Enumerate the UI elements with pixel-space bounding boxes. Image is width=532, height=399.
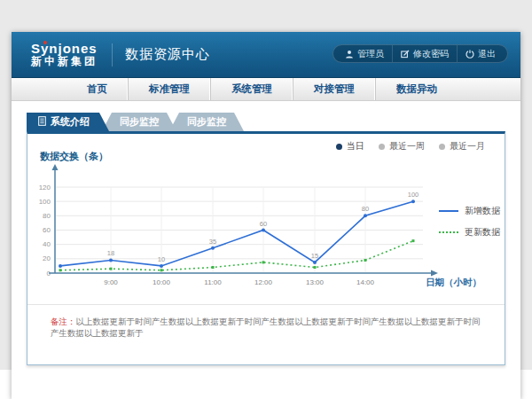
data-point <box>109 258 113 262</box>
data-point <box>160 269 163 271</box>
tab-sync-monitor-1[interactable]: 同步监控 <box>102 113 176 131</box>
radio-dot <box>439 144 445 150</box>
page: Synjones 新中新集团 数据资源中心 管理员 修改密码 <box>0 0 532 399</box>
data-point <box>411 200 415 203</box>
tab-sync-monitor-2[interactable]: 同步监控 <box>169 113 244 131</box>
period-option-last-month[interactable]: 最近一月 <box>439 140 485 153</box>
data-point-label: 35 <box>209 238 216 246</box>
period-label: 最近一周 <box>389 140 425 153</box>
app-header: Synjones 新中新集团 数据资源中心 管理员 修改密码 <box>12 32 520 78</box>
y-tick-label: 80 <box>43 212 51 220</box>
y-tick-label: 100 <box>39 198 51 206</box>
user-icon <box>345 50 354 59</box>
legend-line-solid <box>439 210 458 212</box>
nav-item-data-changes[interactable]: 数据异动 <box>375 78 458 100</box>
data-point <box>262 229 265 232</box>
x-tick-label: 9:00 <box>104 278 118 286</box>
nav-item-system-mgmt[interactable]: 系统管理 <box>210 78 293 100</box>
data-point-label: 100 <box>408 191 419 199</box>
data-point-label: 18 <box>107 249 114 257</box>
main-nav: 首页 标准管理 系统管理 对接管理 数据异动 <box>12 78 520 101</box>
period-option-today[interactable]: 当日 <box>336 140 364 153</box>
chart-panel: 当日 最近一周 最近一月 数据交换（条） 0204060801001209:00… <box>27 131 505 365</box>
change-password-label: 修改密码 <box>413 48 449 60</box>
data-point-label: 80 <box>362 205 369 213</box>
logout-label: 退出 <box>478 48 496 60</box>
y-tick-label: 40 <box>43 240 51 248</box>
change-password-button[interactable]: 修改密码 <box>392 45 457 62</box>
app-title: 数据资源中心 <box>125 46 210 63</box>
power-icon <box>466 50 474 59</box>
period-label: 最近一月 <box>450 140 485 153</box>
document-icon <box>38 116 46 128</box>
user-bar: 管理员 修改密码 退出 <box>332 44 508 63</box>
data-point <box>160 264 163 268</box>
tab-bar: 系统介绍 同步监控 同步监控 <box>27 113 520 131</box>
data-point <box>313 261 317 264</box>
y-tick-label: 60 <box>43 226 51 234</box>
tab-label: 同步监控 <box>120 115 159 129</box>
radio-dot <box>379 144 385 150</box>
period-option-last-week[interactable]: 最近一周 <box>379 140 425 153</box>
data-point <box>110 268 113 270</box>
x-tick-label: 11:00 <box>204 278 222 286</box>
legend-label: 新增数据 <box>465 205 500 217</box>
company-logo: Synjones 新中新集团 <box>31 42 98 68</box>
x-tick-label: 13:00 <box>306 278 325 286</box>
data-point-label: 60 <box>260 220 267 228</box>
app-window: Synjones 新中新集团 数据资源中心 管理员 修改密码 <box>12 32 520 399</box>
y-axis-title: 数据交换（条） <box>40 150 108 163</box>
footnote: 备注：以上数据更新于时间产生数据以上数据更新于时间产生数据以上数据更新于时间产生… <box>51 316 487 340</box>
footnote-label: 备注 <box>51 317 67 326</box>
x-axis-arrow <box>431 270 438 277</box>
legend-item-new-data: 新增数据 <box>439 205 500 217</box>
nav-item-integration-mgmt[interactable]: 对接管理 <box>293 78 375 100</box>
y-tick-label: 20 <box>43 254 51 262</box>
tab-label: 同步监控 <box>187 115 226 129</box>
tab-system-intro[interactable]: 系统介绍 <box>27 113 109 131</box>
x-tick-label: 14:00 <box>356 278 375 286</box>
edit-icon <box>401 50 410 59</box>
nav-item-standard-mgmt[interactable]: 标准管理 <box>128 78 210 100</box>
period-label: 当日 <box>347 140 364 153</box>
data-point-label: 10 <box>158 255 165 263</box>
data-point <box>59 269 62 271</box>
logo-subtext: 新中新集团 <box>31 56 98 67</box>
data-point <box>412 239 415 242</box>
legend-item-updated-data: 更新数据 <box>439 226 500 239</box>
y-tick-label: 120 <box>39 184 51 192</box>
data-point <box>364 259 367 262</box>
data-point <box>59 264 62 268</box>
note-divider <box>27 304 505 305</box>
period-filter: 当日 最近一周 最近一月 <box>336 140 485 153</box>
data-exchange-line-chart: 0204060801001209:0010:0011:0012:0013:001… <box>33 162 494 297</box>
current-user-button[interactable]: 管理员 <box>337 45 392 62</box>
header-divider <box>112 43 113 66</box>
legend-line-dotted <box>439 231 458 233</box>
radio-dot <box>336 144 342 150</box>
logo-accent-dot <box>43 41 47 44</box>
footnote-text: 以上数据更新于时间产生数据以上数据更新于时间产生数据以上数据更新于时间产生数据以… <box>51 317 481 338</box>
data-point <box>211 246 215 250</box>
data-point <box>364 214 367 217</box>
tab-label: 系统介绍 <box>51 115 90 129</box>
legend-label: 更新数据 <box>465 226 500 239</box>
logo-text: Synjones <box>31 42 98 57</box>
y-axis-arrow <box>52 164 59 170</box>
data-point-label: 15 <box>311 252 318 260</box>
chart-legend: 新增数据 更新数据 <box>439 205 500 239</box>
x-axis-title: 日期（小时） <box>426 277 481 288</box>
user-name: 管理员 <box>357 48 384 60</box>
x-tick-label: 10:00 <box>153 278 171 286</box>
nav-item-home[interactable]: 首页 <box>66 78 128 100</box>
data-point <box>262 261 265 263</box>
x-tick-label: 12:00 <box>254 278 273 286</box>
data-point <box>212 266 215 269</box>
logout-button[interactable]: 退出 <box>457 45 504 62</box>
data-point <box>314 266 317 269</box>
